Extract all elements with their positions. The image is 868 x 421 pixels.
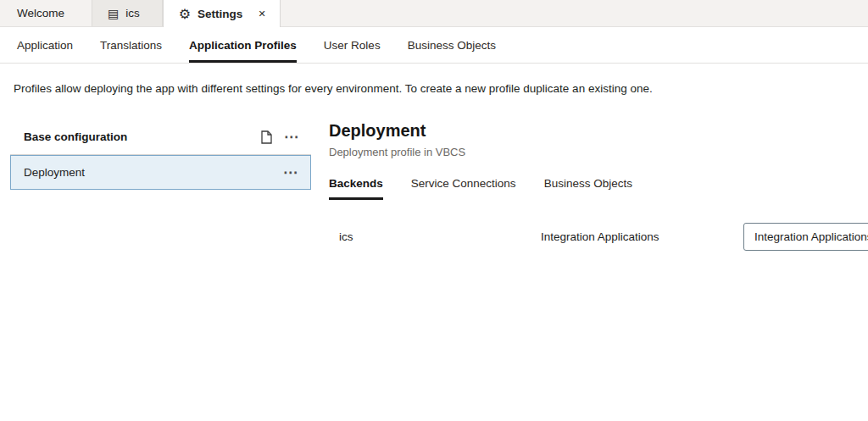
subnav-translations-label: Translations <box>100 39 162 52</box>
tab-backends-label: Backends <box>329 177 383 190</box>
ellipsis-icon: ⋯ <box>284 130 299 144</box>
base-configuration-menu-button[interactable]: ⋯ <box>279 125 304 149</box>
base-configuration-label: Base configuration <box>24 130 253 143</box>
ellipsis-icon: ⋯ <box>283 165 298 180</box>
subnav-application-profiles[interactable]: Application Profiles <box>189 27 297 63</box>
profile-subtitle: Deployment profile in VBCS <box>329 146 868 158</box>
backend-row: ics Integration Applications Integration… <box>329 223 868 252</box>
subnav-business-objects-label: Business Objects <box>408 39 496 52</box>
profile-detail-tabs: Backends Service Connections Business Ob… <box>329 177 868 200</box>
tab-welcome-label: Welcome <box>17 7 64 19</box>
tab-settings[interactable]: ⚙ Settings ✕ <box>163 0 281 27</box>
subnav-application-profiles-label: Application Profiles <box>189 39 297 52</box>
backend-type: Integration Applications <box>541 230 659 243</box>
tab-business-objects-label: Business Objects <box>544 177 632 190</box>
subnav-user-roles[interactable]: User Roles <box>324 27 381 63</box>
app-icon: ▤ <box>108 7 119 20</box>
subnav-business-objects[interactable]: Business Objects <box>408 27 496 63</box>
tab-ics-label: ics <box>125 7 140 19</box>
profile-detail-panel: Deployment Deployment profile in VBCS Ba… <box>329 119 868 252</box>
base-configuration-row[interactable]: Base configuration ⋯ <box>10 119 311 155</box>
tab-settings-label: Settings <box>198 8 242 20</box>
subnav-application[interactable]: Application <box>17 27 73 63</box>
close-icon[interactable]: ✕ <box>256 7 267 21</box>
tab-ics[interactable]: ▤ ics <box>92 0 163 26</box>
profiles-panel: Base configuration ⋯ Deployment ⋯ <box>10 119 311 190</box>
profile-title: Deployment <box>329 121 868 141</box>
gear-icon: ⚙ <box>179 6 191 22</box>
subnav-application-label: Application <box>17 39 73 52</box>
duplicate-profile-button[interactable] <box>253 125 279 149</box>
tab-welcome[interactable]: Welcome <box>0 0 92 26</box>
backend-name: ics <box>339 230 353 243</box>
profile-row-deployment[interactable]: Deployment ⋯ <box>10 155 311 190</box>
profiles-description: Profiles allow deploying the app with di… <box>14 82 854 95</box>
tab-service-connections-label: Service Connections <box>411 177 516 190</box>
main-area: Base configuration ⋯ Deployment ⋯ Deploy… <box>0 119 868 252</box>
tab-service-connections[interactable]: Service Connections <box>411 177 516 200</box>
tab-backends[interactable]: Backends <box>329 177 383 200</box>
document-icon <box>261 130 272 144</box>
window-tab-bar: Welcome ▤ ics ⚙ Settings ✕ <box>0 0 868 27</box>
tab-business-objects[interactable]: Business Objects <box>544 177 632 200</box>
subnav-translations[interactable]: Translations <box>100 27 162 63</box>
profile-row-menu-button[interactable]: ⋯ <box>278 161 303 185</box>
profile-row-label: Deployment <box>24 166 278 179</box>
subnav-user-roles-label: User Roles <box>324 39 381 52</box>
integration-application-select-value: Integration Applications <box>754 230 868 243</box>
integration-application-select[interactable]: Integration Applications <box>743 223 868 251</box>
settings-subnav: Application Translations Application Pro… <box>0 27 868 64</box>
